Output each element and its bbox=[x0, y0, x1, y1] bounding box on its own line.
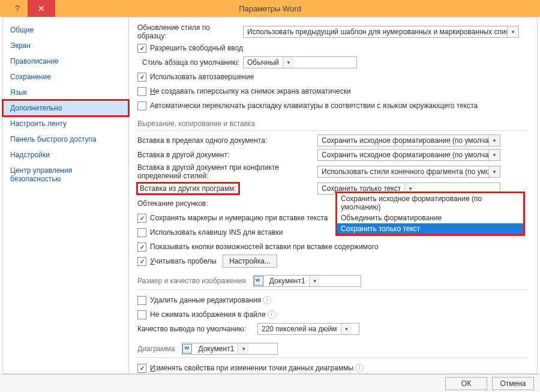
cancel-button[interactable]: Отмена bbox=[492, 377, 534, 390]
paste-row-select-1[interactable]: Сохранить исходное форматирование (по ум… bbox=[317, 149, 500, 161]
document-icon bbox=[254, 276, 263, 286]
dialog-footer: ОК Отмена bbox=[0, 374, 540, 392]
chk-mod-props-label: Изменять свойства при изменении точки да… bbox=[150, 364, 353, 372]
info-icon[interactable] bbox=[355, 364, 364, 372]
chk-no-compress-label: Не сжимать изображения в файле bbox=[150, 310, 266, 319]
sidebar-item-1[interactable]: Экран bbox=[3, 38, 128, 53]
window-title: Параметры Word bbox=[0, 4, 540, 13]
sidebar-item-2[interactable]: Правописание bbox=[3, 53, 128, 69]
chk-show-paste-buttons[interactable] bbox=[137, 243, 146, 252]
chk-keep-bullets[interactable] bbox=[137, 214, 146, 223]
chart-doc-select[interactable]: Документ1▼ bbox=[182, 343, 278, 355]
image-doc-select[interactable]: Документ1▼ bbox=[253, 275, 361, 287]
chevron-down-icon: ▼ bbox=[309, 276, 320, 286]
chk-mod-props[interactable] bbox=[137, 364, 146, 373]
close-button[interactable]: ✕ bbox=[28, 0, 55, 17]
chevron-down-icon: ▼ bbox=[238, 343, 249, 354]
chevron-down-icon: ▼ bbox=[341, 324, 352, 334]
info-icon[interactable] bbox=[263, 296, 271, 304]
chevron-down-icon: ▼ bbox=[488, 149, 500, 160]
sidebar-item-4[interactable]: Язык bbox=[3, 85, 128, 100]
sidebar-item-7[interactable]: Панель быстрого доступа bbox=[3, 131, 128, 147]
section-image-heading: Размер и качество изображения Документ1▼ bbox=[137, 275, 527, 290]
chk-no-hyperlink-label: Не создавать гиперссылку на снимок экран… bbox=[150, 87, 351, 95]
sidebar-item-5[interactable]: Дополнительно bbox=[3, 100, 128, 116]
sidebar-item-6[interactable]: Настроить ленту bbox=[3, 116, 128, 131]
pictures-wrap-label: Обтекание рисунков: bbox=[137, 199, 208, 208]
paste-row-label-3: Вставка из других программ: bbox=[137, 183, 239, 194]
chk-track-spaces-label: Учитывать пробелы bbox=[150, 257, 217, 265]
chk-no-hyperlink[interactable] bbox=[137, 87, 146, 96]
sidebar: ОбщиеЭкранПравописаниеСохранениеЯзыкДопо… bbox=[3, 17, 129, 373]
dropdown-option-2[interactable]: Сохранить только текст bbox=[337, 223, 523, 234]
chk-show-paste-buttons-label: Показывать кнопки возможностей вставки п… bbox=[150, 243, 379, 251]
image-quality-label: Качество вывода по умолчанию: bbox=[137, 325, 257, 333]
document-icon bbox=[182, 344, 192, 354]
chk-auto-switch-layout[interactable] bbox=[137, 101, 146, 110]
chk-discard-edit[interactable] bbox=[137, 296, 146, 305]
chevron-down-icon: ▼ bbox=[507, 26, 518, 37]
section-chart-heading: Диаграмма Документ1▼ bbox=[137, 343, 527, 358]
chk-discard-edit-label: Удалить данные редактирования bbox=[150, 296, 261, 304]
dropdown-option-0[interactable]: Сохранить исходное форматирование (по ум… bbox=[337, 193, 523, 213]
paste-settings-button[interactable]: Настройка... bbox=[223, 255, 277, 268]
sidebar-item-3[interactable]: Сохранение bbox=[3, 69, 128, 85]
sidebar-item-8[interactable]: Надстройки bbox=[3, 147, 128, 163]
chk-ins-key-label: Использовать клавишу INS для вставки bbox=[150, 228, 283, 237]
chevron-down-icon: ▼ bbox=[488, 135, 500, 146]
info-icon[interactable] bbox=[268, 310, 276, 319]
chk-free-input[interactable] bbox=[137, 44, 146, 53]
chevron-down-icon: ▼ bbox=[283, 57, 294, 68]
ok-button[interactable]: ОК bbox=[445, 377, 487, 390]
style-update-label: Обновление стиля по образцу: bbox=[137, 23, 243, 40]
chk-ins-key[interactable] bbox=[137, 228, 146, 237]
chk-free-input-label: Разрешить свободный ввод bbox=[150, 44, 243, 52]
chk-autocomplete[interactable] bbox=[137, 73, 146, 82]
dropdown-option-1[interactable]: Объединить форматирование bbox=[337, 213, 523, 223]
image-quality-select[interactable]: 220 пикселей на дюйм▼ bbox=[257, 323, 359, 335]
title-bar: Параметры Word ? ✕ bbox=[0, 0, 540, 17]
chk-no-compress[interactable] bbox=[137, 310, 146, 319]
section-cut-heading: Вырезание, копирование и вставка bbox=[137, 119, 527, 131]
chk-auto-switch-layout-label: Автоматически переключать раскладку клав… bbox=[150, 101, 478, 110]
paste-row-label-2: Вставка в другой документ при конфликте … bbox=[137, 163, 317, 180]
paste-row-select-0[interactable]: Сохранить исходное форматирование (по ум… bbox=[317, 134, 500, 146]
paste-row-label-1: Вставка в другой документ: bbox=[137, 151, 317, 159]
paste-other-programs-dropdown-list[interactable]: Сохранить исходное форматирование (по ум… bbox=[337, 193, 524, 235]
default-para-label: Стиль абзаца по умолчанию: bbox=[137, 58, 243, 67]
help-button[interactable]: ? bbox=[7, 0, 28, 17]
paste-row-select-2[interactable]: Использовать стили конечного фрагмента (… bbox=[317, 166, 500, 178]
chk-autocomplete-label: Использовать автозавершение bbox=[150, 73, 254, 81]
default-para-select[interactable]: Обычный▼ bbox=[243, 56, 357, 68]
chevron-down-icon: ▼ bbox=[488, 166, 500, 177]
sidebar-item-0[interactable]: Общие bbox=[3, 22, 128, 38]
style-update-select[interactable]: Использовать предыдущий шаблон для нумер… bbox=[243, 26, 519, 38]
sidebar-item-9[interactable]: Центр управления безопасностью bbox=[3, 163, 128, 187]
chk-track-spaces[interactable] bbox=[137, 257, 146, 266]
paste-row-label-0: Вставка в пределах одного документа: bbox=[137, 136, 317, 145]
chk-keep-bullets-label: Сохранять маркеры и нумерацию при вставк… bbox=[150, 214, 328, 222]
